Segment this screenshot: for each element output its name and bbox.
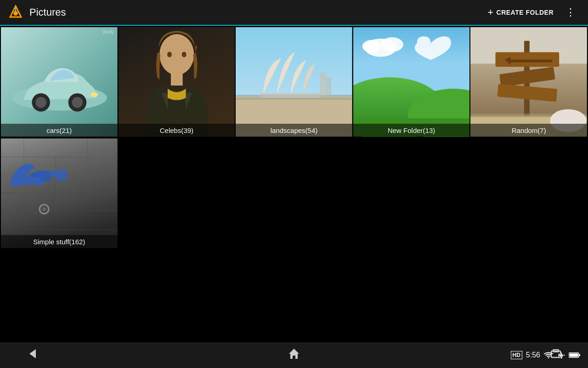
svg-rect-20 [320,73,327,96]
folder-item-new-folder[interactable]: New Folder(13) [353,27,470,137]
home-button[interactable] [280,344,308,367]
watermark: Wally [103,29,114,34]
folder-thumb-celebs [119,27,235,137]
more-options-button[interactable]: ⋮ [561,3,581,22]
folder-thumb-cars [1,27,118,137]
svg-point-15 [181,52,186,58]
home-icon [288,347,300,360]
svg-point-3 [15,10,17,12]
more-icon: ⋮ [565,6,576,18]
svg-marker-51 [29,349,36,358]
svg-rect-13 [171,72,183,86]
svg-point-14 [167,52,172,58]
topbar: Pictures + CREATE FOLDER ⋮ [0,0,588,26]
svg-marker-52 [289,349,299,359]
svg-point-28 [380,37,403,52]
svg-point-7 [35,97,46,108]
svg-rect-21 [327,77,331,96]
app-title: Pictures [29,6,482,18]
plus-icon: + [487,7,493,17]
bottom-navigation: HD 5:56 [0,342,588,368]
create-folder-button[interactable]: + CREATE FOLDER [482,4,559,21]
folder-item-random[interactable]: Random(7) [470,27,587,137]
folder-grid: Wally cars(21) [0,26,588,249]
status-bar: HD 5:56 [511,342,588,368]
airplane-icon [557,351,565,359]
folder-item-cars[interactable]: Wally cars(21) [1,27,118,137]
folder-item-landscapes[interactable]: landscapes(54) [236,27,352,137]
folder-label-cars: cars(21) [1,124,118,137]
svg-point-9 [72,97,83,108]
wifi-icon [544,351,553,359]
svg-point-50 [42,207,46,211]
svg-point-12 [159,34,194,75]
battery-icon [569,352,581,358]
time-display: 5:56 [526,351,540,359]
folder-label-simple-stuff: Simple stuff(162) [1,235,118,248]
folder-label-new-folder: New Folder(13) [353,124,470,137]
back-icon [26,347,39,360]
svg-point-10 [90,92,98,97]
folder-label-random: Random(7) [470,124,587,137]
svg-rect-19 [236,95,352,98]
folder-label-landscapes: landscapes(54) [236,124,352,137]
folder-thumb-simple-stuff [1,138,118,248]
back-button[interactable] [18,344,46,367]
svg-rect-22 [236,98,352,100]
svg-rect-57 [570,354,578,357]
folder-item-simple-stuff[interactable]: Simple stuff(162) [1,138,118,248]
folder-item-celebs[interactable]: Celebs(39) [119,27,235,137]
folder-thumb-new-folder [353,27,470,137]
app-icon [7,4,24,21]
create-folder-label: CREATE FOLDER [497,9,554,16]
folder-thumb-landscapes [236,27,352,137]
folder-label-celebs: Celebs(39) [119,124,235,137]
hd-icon: HD [511,351,522,359]
svg-rect-56 [579,354,580,356]
svg-point-29 [362,40,381,53]
folder-thumb-random [470,27,587,137]
